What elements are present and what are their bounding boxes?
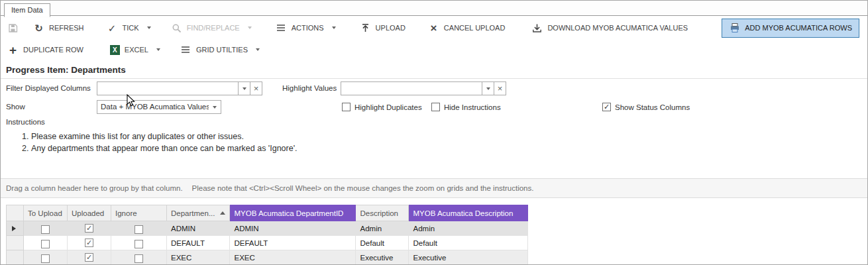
show-dropdown-button[interactable] bbox=[209, 101, 221, 113]
cell-ignore[interactable] bbox=[111, 221, 167, 236]
cell-myob-description[interactable]: Admin bbox=[409, 221, 528, 236]
cell-uploaded[interactable]: ✓ bbox=[68, 221, 111, 236]
hamburger-icon bbox=[180, 44, 191, 56]
highlight-values-clear-button[interactable]: × bbox=[494, 82, 506, 95]
cell-myob-description[interactable]: Executive bbox=[409, 250, 528, 265]
find-replace-button[interactable]: FIND/REPLACE bbox=[171, 23, 252, 34]
highlight-values-input[interactable] bbox=[341, 82, 482, 95]
cell-ignore[interactable] bbox=[111, 250, 167, 265]
cell-department[interactable]: EXEC bbox=[167, 250, 230, 265]
zoom-hint: Please note that <Ctrl><Scroll Wheel> on… bbox=[192, 184, 534, 192]
plus-icon: + bbox=[7, 44, 19, 56]
actions-button[interactable]: ACTIONS bbox=[276, 23, 336, 34]
col-header-myob-departmentid[interactable]: MYOB Acumatica DepartmentID bbox=[230, 205, 356, 221]
checkbox-box: ✓ bbox=[85, 253, 93, 262]
cell-to-upload[interactable] bbox=[24, 250, 68, 265]
filter-displayed-columns-clear-button[interactable]: × bbox=[250, 82, 262, 95]
find-replace-label: FIND/REPLACE bbox=[187, 24, 240, 32]
checkbox-box: ✓ bbox=[85, 224, 93, 233]
refresh-button[interactable]: ↻ REFRESH bbox=[33, 23, 84, 34]
clear-icon: × bbox=[498, 84, 503, 93]
upload-button[interactable]: UPLOAD bbox=[360, 23, 406, 34]
grid-row[interactable]: ✓ DEFAULT DEFAULT Default Default bbox=[7, 236, 528, 250]
show-status-columns-checkbox-label: Show Status Columns bbox=[615, 103, 690, 111]
save-button[interactable] bbox=[7, 23, 19, 34]
chevron-down-icon bbox=[147, 26, 151, 29]
tick-icon: ✓ bbox=[107, 23, 118, 34]
refresh-label: REFRESH bbox=[49, 24, 84, 32]
hide-instructions-checkbox-label: Hide Instructions bbox=[444, 103, 501, 111]
hide-instructions-checkbox[interactable]: Hide Instructions bbox=[431, 100, 501, 114]
chevron-down-icon bbox=[213, 106, 217, 109]
checkbox-box bbox=[342, 103, 351, 111]
row-indicator-header bbox=[7, 205, 24, 221]
tab-item-data[interactable]: Item Data bbox=[4, 3, 50, 17]
show-dropdown-value[interactable]: Data + MYOB Acumatica Values bbox=[97, 101, 209, 113]
app-window: Item Data ↻ REFRESH ✓ TICK FIND/REPLACE bbox=[0, 0, 868, 265]
cell-department[interactable]: ADMIN bbox=[167, 221, 230, 236]
toolbar-row-1: ↻ REFRESH ✓ TICK FIND/REPLACE ACTIONS bbox=[1, 17, 867, 39]
cancel-upload-label: CANCEL UPLOAD bbox=[444, 24, 506, 32]
show-dropdown[interactable]: Data + MYOB Acumatica Values bbox=[97, 100, 221, 114]
upload-icon bbox=[360, 23, 371, 34]
duplicate-row-label: DUPLICATE ROW bbox=[23, 46, 83, 54]
chevron-down-icon bbox=[243, 87, 246, 90]
duplicate-row-button[interactable]: + DUPLICATE ROW bbox=[7, 44, 83, 56]
cell-to-upload[interactable] bbox=[24, 221, 68, 236]
col-header-to-upload[interactable]: To Upload bbox=[24, 205, 68, 221]
cell-myob-departmentid[interactable]: ADMIN bbox=[230, 221, 356, 236]
chevron-down-icon bbox=[332, 26, 336, 29]
cell-myob-departmentid[interactable]: EXEC bbox=[230, 250, 356, 265]
col-header-myob-description[interactable]: MYOB Acumatica Description bbox=[409, 205, 528, 221]
cell-myob-departmentid[interactable]: DEFAULT bbox=[230, 236, 356, 250]
checkbox-box bbox=[41, 254, 50, 263]
checkbox-box bbox=[41, 240, 50, 248]
cell-description[interactable]: Default bbox=[356, 236, 409, 250]
checkbox-box: ✓ bbox=[602, 103, 611, 111]
download-values-button[interactable]: DOWNLOAD MYOB ACUMATICA VALUES bbox=[531, 23, 688, 34]
x-icon: × bbox=[428, 23, 439, 34]
instructions-list: Please examine this list for any duplica… bbox=[18, 132, 298, 156]
chevron-down-icon bbox=[156, 48, 160, 51]
cell-department[interactable]: DEFAULT bbox=[167, 236, 230, 250]
cell-to-upload[interactable] bbox=[24, 236, 68, 250]
tick-label: TICK bbox=[123, 24, 139, 32]
excel-button[interactable]: X EXCEL bbox=[110, 45, 160, 55]
checkbox-box bbox=[135, 225, 143, 234]
highlight-duplicates-checkbox[interactable]: Highlight Duplicates bbox=[342, 100, 422, 114]
cancel-upload-button[interactable]: × CANCEL UPLOAD bbox=[428, 23, 506, 34]
download-values-label: DOWNLOAD MYOB ACUMATICA VALUES bbox=[547, 24, 688, 32]
cell-uploaded[interactable]: ✓ bbox=[68, 236, 111, 250]
col-header-uploaded[interactable]: Uploaded bbox=[68, 205, 111, 221]
cell-myob-description[interactable]: Default bbox=[409, 236, 528, 250]
cell-uploaded[interactable]: ✓ bbox=[68, 250, 111, 265]
page-title: Progress Item: Departments bbox=[1, 61, 867, 79]
grid-utilities-button[interactable]: GRID UTILTIES bbox=[180, 44, 260, 56]
checkbox-box bbox=[135, 240, 143, 248]
grid-utilities-label: GRID UTILTIES bbox=[196, 46, 248, 54]
cell-description[interactable]: Admin bbox=[356, 221, 409, 236]
grid-header-row: To Upload Uploaded Ignore Departmen... M… bbox=[7, 205, 528, 221]
filter-displayed-columns-input[interactable] bbox=[97, 82, 238, 95]
filter-displayed-columns-dropdown-button[interactable] bbox=[238, 82, 250, 95]
col-header-ignore[interactable]: Ignore bbox=[111, 205, 167, 221]
grid-row[interactable]: ✓ EXEC EXEC Executive Executive bbox=[7, 250, 528, 265]
upload-label: UPLOAD bbox=[376, 24, 406, 32]
highlight-values-combo[interactable]: × bbox=[341, 81, 506, 95]
instruction-item: Any departments that appear more than on… bbox=[31, 144, 298, 153]
cell-description[interactable]: Executive bbox=[356, 250, 409, 265]
col-header-department[interactable]: Departmen... bbox=[167, 205, 230, 221]
tab-strip: Item Data bbox=[1, 1, 867, 16]
add-rows-icon bbox=[729, 23, 740, 34]
col-header-description[interactable]: Description bbox=[356, 205, 409, 221]
group-by-panel[interactable]: Drag a column header here to group by th… bbox=[1, 178, 867, 198]
filter-displayed-columns-combo[interactable]: × bbox=[97, 81, 262, 95]
row-indicator-cell bbox=[7, 236, 24, 250]
tick-button[interactable]: ✓ TICK bbox=[107, 23, 151, 34]
cell-ignore[interactable] bbox=[111, 236, 167, 250]
highlight-values-dropdown-button[interactable] bbox=[482, 82, 494, 95]
chevron-down-icon bbox=[256, 48, 260, 51]
show-status-columns-checkbox[interactable]: ✓ Show Status Columns bbox=[602, 100, 690, 114]
add-myob-acumatica-rows-button[interactable]: ADD MYOB ACUMATICA ROWS bbox=[722, 19, 859, 38]
grid-row[interactable]: ✓ ADMIN ADMIN Admin Admin bbox=[7, 221, 528, 236]
